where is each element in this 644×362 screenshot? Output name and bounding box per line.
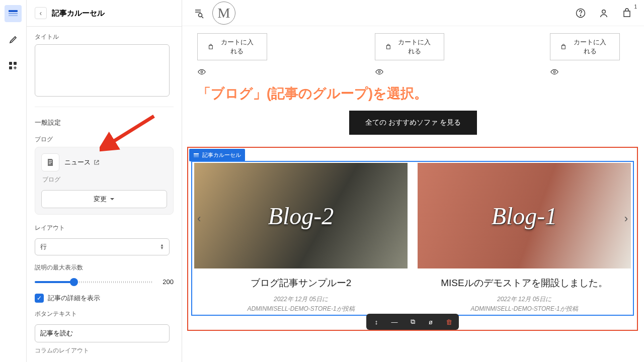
change-blog-button[interactable]: 変更 <box>41 190 167 208</box>
menu-search-icon[interactable] <box>193 7 205 19</box>
shop-header: M 1 <box>182 0 644 26</box>
tool-add-block[interactable] <box>5 57 22 74</box>
blog-post-meta: 2022年 12月 05日にADMINMISELL-DEMO-STORE-1が投… <box>194 295 408 314</box>
blog-label: ブログ <box>35 135 174 144</box>
button-text-label: ボタンテキスト <box>35 310 174 318</box>
svg-point-14 <box>378 71 380 73</box>
tool-brush[interactable] <box>5 31 22 48</box>
svg-rect-4 <box>9 66 12 69</box>
open-link-icon <box>94 159 100 165</box>
blog-post-title: ブログ記事サンプルー2 <box>194 277 408 290</box>
svg-rect-5 <box>14 62 17 65</box>
block-edit-toolbar: ↕ — ⧉ ø 🗑 <box>366 314 459 330</box>
tool-block-list[interactable] <box>5 5 22 22</box>
svg-rect-2 <box>9 15 18 16</box>
svg-point-15 <box>554 71 556 73</box>
show-detail-checkbox[interactable]: ✓ <box>35 294 44 303</box>
desc-lines-label: 説明の最大表示数 <box>35 263 174 272</box>
annotation-callout: 「ブログ」(記事のグループ)を選択。 <box>182 81 644 104</box>
svg-point-12 <box>602 10 606 13</box>
back-button[interactable]: ‹ <box>35 7 47 19</box>
blog-overlay-title: Blog-2 <box>194 163 408 268</box>
desc-lines-value: 200 <box>158 278 174 286</box>
title-field-label: タイトル <box>35 33 174 41</box>
layout-label: レイアウト <box>35 224 174 232</box>
help-icon[interactable] <box>575 7 587 19</box>
desc-lines-slider[interactable] <box>35 281 153 283</box>
duplicate-icon[interactable]: ⧉ <box>408 317 418 327</box>
settings-panel: ‹ 記事カルーセル タイトル 一般設定 ブログ ニュース ブログ 変更 レイアウ… <box>27 0 182 362</box>
blog-post-meta: 2022年 12月 05日にADMINMISELL-DEMO-STORE-1が投… <box>418 295 631 314</box>
blog-name[interactable]: ニュース <box>64 158 100 167</box>
bag-icon <box>560 43 567 50</box>
carousel-next[interactable]: › <box>624 212 628 225</box>
panel-title: 記事カルーセル <box>52 9 105 18</box>
bag-icon <box>385 43 391 50</box>
block-icon <box>193 152 199 158</box>
cart-count-badge: 1 <box>634 4 637 10</box>
account-icon[interactable] <box>598 7 610 19</box>
svg-rect-18 <box>194 156 199 157</box>
carousel-prev[interactable]: ‹ <box>197 212 201 225</box>
preview-pane: M 1 カートに入れる カートに入れる <box>182 0 644 362</box>
blog-overlay-title: Blog-1 <box>418 163 631 268</box>
svg-rect-0 <box>9 10 18 12</box>
cart-icon[interactable]: 1 <box>621 7 633 19</box>
eye-icon[interactable] <box>375 67 384 76</box>
svg-rect-7 <box>49 162 52 162</box>
shop-logo[interactable]: M <box>212 2 235 25</box>
title-input[interactable] <box>35 44 170 97</box>
svg-rect-8 <box>49 163 51 164</box>
svg-point-11 <box>580 15 581 15</box>
section-tag[interactable]: 記事カルーセル <box>189 149 245 161</box>
add-to-cart-button[interactable]: カートに入れる <box>375 33 445 60</box>
chevron-down-icon <box>110 197 115 202</box>
layout-select[interactable]: 行 ▲▼ <box>35 238 170 255</box>
button-text-input[interactable] <box>35 324 170 342</box>
svg-rect-6 <box>49 160 52 161</box>
visibility-icon[interactable]: ø <box>426 317 436 327</box>
blog-post-title: MISEルのデモストアを開設しました。 <box>418 277 631 290</box>
select-caret-icon: ▲▼ <box>160 244 164 250</box>
svg-rect-3 <box>9 62 12 65</box>
blog-icon <box>41 153 59 171</box>
svg-rect-17 <box>194 155 199 155</box>
eye-icon[interactable] <box>550 67 559 76</box>
carousel-cards: ‹ › Blog-2 ブログ記事サンプルー2 2022年 12月 05日にADM… <box>191 161 634 316</box>
svg-point-13 <box>201 71 203 73</box>
see-all-button[interactable]: 全ての おすすめソファ を見る <box>349 111 477 135</box>
hide-icon[interactable]: — <box>389 317 399 327</box>
svg-point-9 <box>199 13 202 17</box>
show-detail-label: 記事の詳細を表示 <box>48 294 100 303</box>
general-settings-label: 一般設定 <box>35 118 174 127</box>
bag-icon <box>208 43 214 50</box>
eye-icon[interactable] <box>197 67 206 76</box>
blog-source-card: ニュース ブログ 変更 <box>35 147 174 215</box>
blog-card[interactable]: Blog-2 ブログ記事サンプルー2 2022年 12月 05日にADMINMI… <box>194 163 408 314</box>
blog-card[interactable]: Blog-1 MISEルのデモストアを開設しました。 2022年 12月 05日… <box>418 163 631 314</box>
product-row: カートに入れる カートに入れる カートに入れる <box>182 26 644 81</box>
carousel-section: 記事カルーセル ‹ › Blog-2 ブログ記事サンプルー2 2022年 12月… <box>187 147 638 331</box>
blog-sub-label: ブログ <box>42 175 166 184</box>
column-layout-label: コラムのレイアウト <box>27 342 182 355</box>
svg-rect-1 <box>9 13 18 14</box>
delete-icon[interactable]: 🗑 <box>444 317 454 327</box>
move-up-icon[interactable]: ↕ <box>371 317 381 327</box>
svg-rect-16 <box>194 153 199 154</box>
add-to-cart-button[interactable]: カートに入れる <box>550 33 620 60</box>
tool-rail <box>0 0 27 362</box>
add-to-cart-button[interactable]: カートに入れる <box>197 33 267 60</box>
layout-select-value: 行 <box>40 242 47 251</box>
